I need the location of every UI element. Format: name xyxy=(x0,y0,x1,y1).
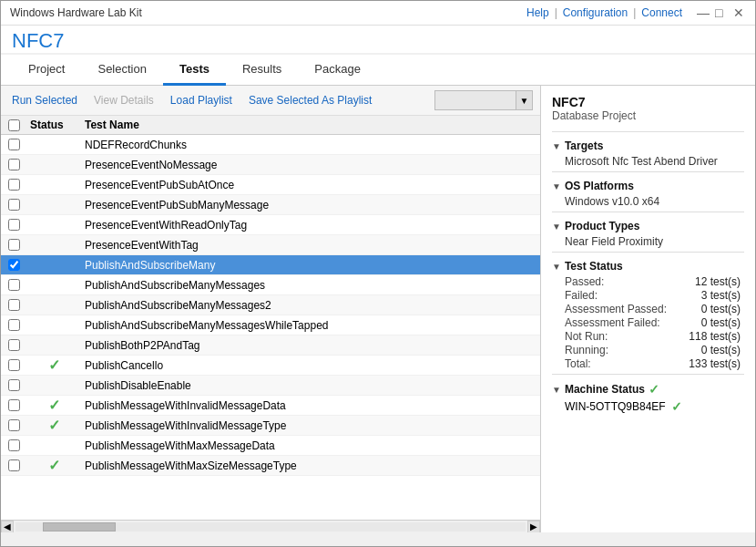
table-row[interactable]: PresenceEventPubSubAtOnce xyxy=(1,175,540,195)
test-table: Status Test Name NDEFRecordChunks Presen… xyxy=(1,116,540,532)
table-row[interactable]: PresenceEventPubSubManyMessage xyxy=(1,195,540,215)
assess-passed-value: 0 test(s) xyxy=(701,303,741,315)
table-row[interactable]: PublishAndSubscribeManyMessages2 xyxy=(1,295,540,315)
sep1: | xyxy=(555,6,557,19)
scrollbar-track[interactable] xyxy=(15,522,526,532)
targets-section-header[interactable]: ▼ Targets xyxy=(552,139,744,152)
restore-button[interactable]: □ xyxy=(715,6,728,19)
product-types-label: Product Types xyxy=(565,220,639,232)
machine-status-checkmark-icon: ✓ xyxy=(649,382,659,397)
playlist-input[interactable] xyxy=(434,90,516,110)
pass-checkmark-icon: ✓ xyxy=(48,457,60,474)
table-row[interactable]: PublishAndSubscribeMany xyxy=(1,255,540,275)
test-name-cell: NDEFRecordChunks xyxy=(81,139,540,151)
row-checkbox[interactable] xyxy=(8,179,20,191)
passed-row: Passed: 12 test(s) xyxy=(565,275,744,288)
tests-toolbar: Run Selected View Details Load Playlist … xyxy=(1,86,540,116)
tab-package[interactable]: Package xyxy=(298,55,377,86)
machine-status-section-header[interactable]: ▼ Machine Status ✓ xyxy=(552,382,744,397)
test-status-content: Passed: 12 test(s) Failed: 3 test(s) Ass… xyxy=(552,275,744,370)
tab-tests[interactable]: Tests xyxy=(163,55,226,86)
test-status-section-header[interactable]: ▼ Test Status xyxy=(552,260,744,273)
table-row[interactable]: NDEFRecordChunks xyxy=(1,135,540,155)
test-list-body[interactable]: NDEFRecordChunks PresenceEventNoMessage … xyxy=(1,135,540,520)
dropdown-arrow[interactable]: ▼ xyxy=(516,90,533,110)
test-name-cell: PresenceEventNoMessage xyxy=(81,159,540,171)
tab-selection[interactable]: Selection xyxy=(81,55,162,86)
table-row[interactable]: ✓ PublishMessageWithInvalidMessageType xyxy=(1,416,540,436)
table-row[interactable]: PublishAndSubscribeManyMessagesWhileTapp… xyxy=(1,315,540,335)
row-checkbox[interactable] xyxy=(8,359,20,371)
test-name-cell: PublishDisableEnable xyxy=(81,379,540,392)
test-name-cell: PublishAndSubscribeManyMessagesWhileTapp… xyxy=(81,319,540,332)
row-checkbox[interactable] xyxy=(8,279,20,291)
main-content: Run Selected View Details Load Playlist … xyxy=(1,86,755,532)
row-checkbox[interactable] xyxy=(8,139,20,150)
scroll-left-button[interactable]: ◀ xyxy=(1,521,14,533)
table-row[interactable]: ✓ PublishMessageWithMaxSizeMessageType xyxy=(1,456,540,476)
connect-link[interactable]: Connect xyxy=(641,6,682,19)
assess-passed-label: Assessment Passed: xyxy=(565,303,667,315)
horizontal-scrollbar[interactable]: ◀ ▶ xyxy=(1,520,540,532)
row-checkbox[interactable] xyxy=(8,159,20,170)
table-row[interactable]: PresenceEventWithReadOnlyTag xyxy=(1,215,540,235)
view-details-button[interactable]: View Details xyxy=(90,92,158,108)
running-label: Running: xyxy=(565,344,608,356)
row-checkbox[interactable] xyxy=(8,399,20,411)
row-checkbox[interactable] xyxy=(8,219,20,231)
not-run-value: 118 test(s) xyxy=(689,330,741,343)
row-checkbox[interactable] xyxy=(8,299,20,311)
save-as-playlist-button[interactable]: Save Selected As Playlist xyxy=(245,92,375,108)
tab-project[interactable]: Project xyxy=(12,55,81,86)
scrollbar-thumb[interactable] xyxy=(43,522,116,532)
row-checkbox[interactable] xyxy=(8,439,20,451)
close-button[interactable]: ✕ xyxy=(733,6,746,19)
select-all-checkbox[interactable] xyxy=(8,119,20,131)
row-checkbox[interactable] xyxy=(8,259,20,271)
table-row[interactable]: PublishAndSubscribeManyMessages xyxy=(1,275,540,295)
test-name-cell: PublishMessageWithInvalidMessageData xyxy=(81,399,540,412)
row-checkbox[interactable] xyxy=(8,419,20,431)
table-row[interactable]: PublishMessageWithMaxMessageData xyxy=(1,436,540,456)
table-row[interactable]: PresenceEventWithTag xyxy=(1,235,540,255)
assess-passed-row: Assessment Passed: 0 test(s) xyxy=(565,303,744,315)
row-checkbox[interactable] xyxy=(8,339,20,351)
not-run-row: Not Run: 118 test(s) xyxy=(565,330,744,343)
targets-label: Targets xyxy=(565,139,603,152)
help-link[interactable]: Help xyxy=(526,6,549,19)
row-checkbox[interactable] xyxy=(8,459,20,471)
row-checkbox[interactable] xyxy=(8,239,20,251)
machine-name-row: WIN-5OTTQ9B84EF ✓ xyxy=(552,399,744,414)
table-row[interactable]: ✓ PublishMessageWithInvalidMessageData xyxy=(1,396,540,416)
table-row[interactable]: ✓ PublishCancello xyxy=(1,356,540,376)
status-cell: ✓ xyxy=(26,397,81,414)
configuration-link[interactable]: Configuration xyxy=(563,6,628,19)
tab-results[interactable]: Results xyxy=(226,55,298,86)
table-row[interactable]: PublishDisableEnable xyxy=(1,376,540,396)
test-name-cell: PublishMessageWithMaxSizeMessageType xyxy=(81,459,540,472)
window-controls: — □ ✕ xyxy=(697,6,746,19)
run-selected-button[interactable]: Run Selected xyxy=(8,92,81,108)
os-platforms-section-header[interactable]: ▼ OS Platforms xyxy=(552,180,744,192)
table-row[interactable]: PresenceEventNoMessage xyxy=(1,155,540,175)
title-bar: Windows Hardware Lab Kit Help | Configur… xyxy=(1,1,755,26)
targets-value: Microsoft Nfc Test Abend Driver xyxy=(565,155,744,168)
product-types-content: Near Field Proximity xyxy=(552,235,744,248)
row-checkbox[interactable] xyxy=(8,199,20,211)
table-row[interactable]: PublishBothP2PAndTag xyxy=(1,335,540,356)
assess-failed-value: 0 test(s) xyxy=(701,316,741,329)
machine-status-label: Machine Status xyxy=(565,383,645,396)
row-checkbox[interactable] xyxy=(8,319,20,331)
name-column-header: Test Name xyxy=(81,119,540,131)
load-playlist-button[interactable]: Load Playlist xyxy=(167,92,236,108)
scroll-right-button[interactable]: ▶ xyxy=(527,521,540,533)
passed-label: Passed: xyxy=(565,275,604,288)
minimize-button[interactable]: — xyxy=(697,6,710,19)
project-subtitle: Database Project xyxy=(552,109,744,122)
pass-checkmark-icon: ✓ xyxy=(48,417,60,434)
assess-failed-label: Assessment Failed: xyxy=(565,316,660,329)
row-checkbox[interactable] xyxy=(8,379,20,391)
passed-value: 12 test(s) xyxy=(695,275,741,288)
collapse-triangle-icon: ▼ xyxy=(552,262,561,272)
product-types-section-header[interactable]: ▼ Product Types xyxy=(552,220,744,232)
